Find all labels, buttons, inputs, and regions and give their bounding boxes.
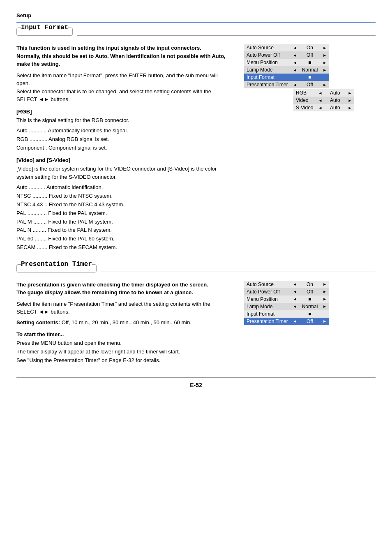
menu-label: Auto Power Off [244, 51, 291, 59]
menu-arrow-right: ► [320, 59, 329, 66]
menu-arrow-left: ◄ [291, 318, 300, 325]
menu-arrow-right: ► [320, 288, 329, 295]
menu-row: Lamp Mode ◄ Normal ► [244, 303, 329, 310]
section1-title: Input Format [21, 24, 68, 31]
section2-right: Auto Source ◄ On ► Auto Power Off ◄ Off … [244, 281, 376, 365]
submenu-arrow-right: ► [345, 97, 354, 104]
section2-timer-list: Press the MENU button and open the menu.… [16, 339, 232, 365]
menu-arrow-left: ◄ [291, 81, 300, 88]
list-item: RGB ............ Analog RGB signal is se… [16, 135, 232, 144]
section2-normal1: Select the item name "Presentation Timer… [16, 300, 232, 316]
list-item: Auto ........... Automatic identificatio… [16, 183, 232, 192]
menu-arrow-right [320, 74, 329, 81]
menu-value: On [300, 281, 321, 288]
menu-value: Off [300, 51, 321, 59]
section1-title-box: Input Format [16, 28, 73, 36]
section1-bold1: This function is used in setting the inp… [16, 44, 232, 68]
section2-menu-table: Auto Source ◄ On ► Auto Power Off ◄ Off … [244, 281, 329, 325]
section2-bold1: The presentation is given while checking… [16, 281, 232, 297]
menu-label: Auto Source [244, 281, 291, 288]
section2-title-box: Presentation Timer [16, 264, 97, 272]
menu-arrow-right: ► [320, 318, 329, 325]
menu-row: Lamp Mode ◄ Normal ► [244, 66, 329, 74]
menu-label: Auto Power Off [244, 288, 291, 295]
section2-timer-heading: To start the timer... [16, 331, 232, 337]
section2-rule [101, 272, 376, 272]
menu-arrow-left: ◄ [291, 44, 300, 51]
menu-value: Normal [300, 66, 321, 74]
submenu-row: Video ◄ Auto ► [293, 97, 354, 104]
section1-rule [77, 35, 376, 36]
menu-value: ■ [300, 295, 321, 303]
section1-menu-table: Auto Source ◄ On ► Auto Power Off ◄ Off … [244, 44, 329, 88]
section1: Input Format This function is used in se… [16, 28, 376, 252]
section2: Presentation Timer The presentation is g… [16, 264, 376, 365]
menu-value: Off [300, 318, 321, 325]
submenu-value: Auto [325, 89, 345, 97]
page-number: E-52 [16, 382, 376, 388]
section1-normal1: Select the item name "Input Format", pre… [16, 72, 232, 104]
menu-arrow-left: ◄ [291, 59, 300, 66]
menu-label: Auto Source [244, 44, 291, 51]
menu-arrow-right [320, 310, 329, 318]
menu-label: Lamp Mode [244, 303, 291, 310]
menu-arrow-left: ◄ [291, 66, 300, 74]
menu-arrow-left: ◄ [291, 295, 300, 303]
section1-video-desc: [Video] is the color system setting for … [16, 165, 232, 181]
menu-arrow-right: ► [320, 51, 329, 59]
section1-right: Auto Source ◄ On ► Auto Power Off ◄ Off … [244, 44, 376, 252]
list-item: See "Using the Presentation Timer" on Pa… [16, 356, 232, 365]
list-item: NTSC 4.43 .. Fixed to the NTSC 4.43 syst… [16, 201, 232, 209]
submenu-row: RGB ◄ Auto ► [293, 89, 354, 97]
section1-left: This function is used in setting the inp… [16, 44, 232, 252]
menu-arrow-left: ◄ [291, 51, 300, 59]
menu-row: Auto Source ◄ On ► [244, 44, 329, 51]
submenu-arrow-left: ◄ [316, 89, 325, 97]
section1-video-list: Auto ........... Automatic identificatio… [16, 183, 232, 252]
menu-row: Menu Position ◄ ■ ► [244, 295, 329, 303]
section2-left: The presentation is given while checking… [16, 281, 232, 365]
list-item: PAL N ......... Fixed to the PAL N syste… [16, 226, 232, 235]
list-item: PAL M ......... Fixed to the PAL M syste… [16, 218, 232, 226]
section2-setting: Setting contents: Off, 10 min., 20 min.,… [16, 319, 232, 327]
menu-row: Presentation Timer ◄ Off ► [244, 81, 329, 88]
menu-row-highlighted: Input Format ■ [244, 74, 329, 81]
menu-label: Presentation Timer [244, 81, 291, 88]
submenu-arrow-left: ◄ [316, 104, 325, 111]
list-item: The timer display will appear at the low… [16, 348, 232, 356]
menu-arrow-right: ► [320, 66, 329, 74]
menu-label: Menu Position [244, 59, 291, 66]
page-header: Setup [16, 12, 376, 18]
menu-value: Normal [300, 303, 321, 310]
menu-arrow-left [291, 310, 300, 318]
section1-rgb-heading: [RGB] [16, 108, 232, 115]
section1-video-heading: [Video] and [S-Video] [16, 157, 232, 163]
menu-label: Menu Position [244, 295, 291, 303]
menu-value: Off [300, 288, 321, 295]
list-item: PAL ............. Fixed to the PAL syste… [16, 209, 232, 218]
bottom-rule [16, 377, 376, 378]
section1-content: This function is used in setting the inp… [16, 44, 376, 252]
menu-row-highlighted: Presentation Timer ◄ Off ► [244, 318, 329, 325]
menu-value: On [300, 44, 321, 51]
menu-row: Auto Power Off ◄ Off ► [244, 288, 329, 295]
list-item: PAL 60 ........ Fixed to the PAL 60 syst… [16, 235, 232, 243]
menu-arrow-left: ◄ [291, 303, 300, 310]
menu-value: ■ [300, 59, 321, 66]
menu-arrow-right: ► [320, 303, 329, 310]
section1-submenu-table: RGB ◄ Auto ► Video ◄ Auto ► S-Video [293, 89, 354, 111]
menu-arrow-left [291, 74, 300, 81]
submenu-row: S-Video ◄ Auto ► [293, 104, 354, 111]
list-item: SECAM ....... Fixed to the SECAM system. [16, 243, 232, 252]
submenu-value: Auto [325, 104, 345, 111]
submenu-label: Video [293, 97, 316, 104]
top-rule [16, 22, 376, 23]
menu-row: Auto Source ◄ On ► [244, 281, 329, 288]
menu-row: Auto Power Off ◄ Off ► [244, 51, 329, 59]
submenu-label: S-Video [293, 104, 316, 111]
list-item: Auto ............ Automatically identifi… [16, 127, 232, 135]
submenu-arrow-right: ► [345, 89, 354, 97]
submenu-label: RGB [293, 89, 316, 97]
section1-rgb-desc: This is the signal setting for the RGB c… [16, 116, 232, 125]
menu-row: Input Format ■ [244, 310, 329, 318]
